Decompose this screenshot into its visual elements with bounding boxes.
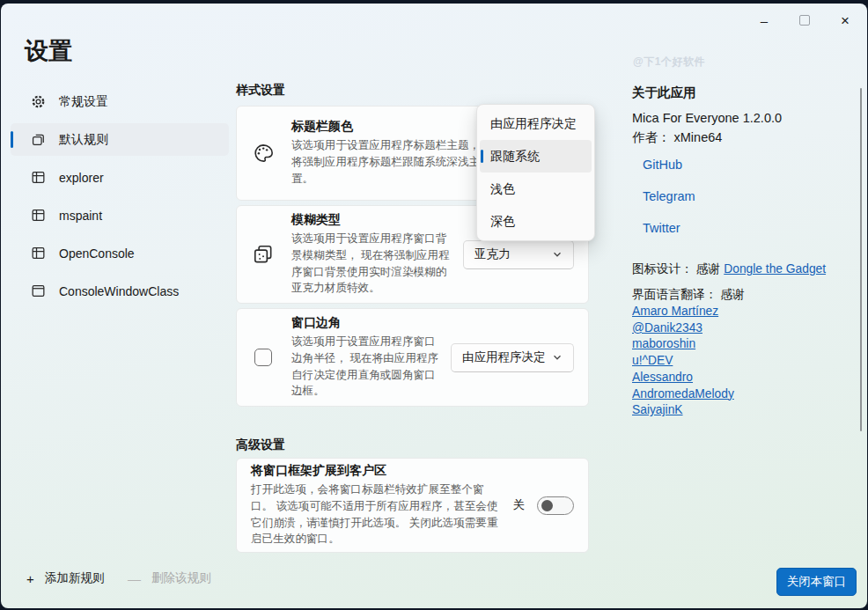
card-window-corner: 窗口边角 该选项用于设置应用程序窗口边角半径， 现在将由应用程序自行决定使用直角… <box>236 308 589 407</box>
maximize-button[interactable] <box>784 7 825 33</box>
chevron-down-icon <box>552 249 563 260</box>
translator-link[interactable]: @Danik2343 <box>632 320 734 337</box>
corner-select[interactable]: 由应用程序决定 <box>451 343 574 372</box>
github-link[interactable]: GitHub <box>643 158 682 172</box>
add-rule-label: 添加新规则 <box>45 570 105 586</box>
scrollbar[interactable] <box>860 88 862 431</box>
delete-rule-button[interactable]: — 删除该规则 <box>128 570 211 586</box>
toggle-knob <box>541 500 553 511</box>
sidebar-item-openconsole[interactable]: OpenConsole <box>11 237 229 269</box>
card-description: 打开此选项，会将窗口标题栏特效扩展至整个窗口。 该选项可能不适用于所有应用程序，… <box>251 481 504 548</box>
close-button[interactable]: × <box>825 7 865 33</box>
sidebar-item-label: 常规设置 <box>59 94 108 110</box>
corner-checkbox[interactable] <box>254 349 272 366</box>
author-line: 作者： xMine64 <box>632 128 782 147</box>
telegram-link[interactable]: Telegram <box>643 189 695 203</box>
sidebar-item-mspaint[interactable]: mspaint <box>11 199 229 232</box>
sidebar-item-default-rules[interactable]: 默认规则 <box>11 123 229 156</box>
minimize-button[interactable]: – <box>744 7 784 33</box>
sidebar-item-explorer[interactable]: explorer <box>11 161 229 194</box>
blur-type-value: 亚克力 <box>474 246 511 262</box>
card-extend-frame: 将窗口框架扩展到客户区 打开此选项，会将窗口标题栏特效扩展至整个窗口。 该选项可… <box>236 458 589 553</box>
sidebar-item-label: explorer <box>59 171 104 185</box>
icon-designer-link[interactable]: Dongle the Gadget <box>724 262 826 276</box>
sidebar-item-general-settings[interactable]: 常规设置 <box>11 85 229 118</box>
sidebar-item-label: ConsoleWindowClass <box>59 284 179 298</box>
caption-buttons: – × <box>744 7 865 33</box>
window-icon <box>29 207 47 224</box>
card-description: 该选项用于设置应用程序窗口边角半径， 现在将由应用程序自行决定使用直角或圆角窗口… <box>291 334 442 401</box>
toggle-state-label: 关 <box>513 497 526 513</box>
sidebar: 常规设置 默认规则 explorer mspaint OpenConsole <box>11 85 229 312</box>
flyout-option-dark[interactable]: 深色 <box>480 205 592 238</box>
flyout-option-label: 浅色 <box>490 181 515 197</box>
card-title: 将窗口框架扩展到客户区 <box>251 463 504 479</box>
sidebar-item-label: OpenConsole <box>59 246 135 261</box>
gear-icon <box>29 93 47 111</box>
translator-links: Amaro Martínez @Danik2343 maboroshin u!^… <box>632 304 734 419</box>
page-title: 设置 <box>25 35 72 67</box>
flyout-option-follow-system[interactable]: 跟随系统 <box>480 140 592 173</box>
flyout-option-app-decides[interactable]: 由应用程序决定 <box>480 107 592 140</box>
card-title: 窗口边角 <box>291 315 442 331</box>
sidebar-item-label: mspaint <box>59 209 102 223</box>
card-title: 模糊类型 <box>291 212 454 228</box>
app-name-version: Mica For Everyone 1.2.0.0 <box>632 108 782 128</box>
plus-icon: + <box>26 571 34 586</box>
translator-link[interactable]: AndromedaMelody <box>632 386 734 403</box>
translator-link[interactable]: maboroshin <box>632 336 734 353</box>
card-description: 该选项用于设置应用程序窗口背景模糊类型， 现在将强制应用程序窗口背景使用实时渲染… <box>291 231 454 298</box>
translator-link[interactable]: SaiyajinK <box>632 402 734 419</box>
flyout-option-light[interactable]: 浅色 <box>480 173 592 205</box>
blur-icon <box>251 243 276 266</box>
flyout-option-label: 深色 <box>490 214 515 230</box>
corner-value: 由应用程序决定 <box>462 349 546 365</box>
maximize-icon <box>799 15 810 26</box>
rules-icon <box>29 131 47 149</box>
extend-frame-toggle[interactable] <box>537 496 574 515</box>
translator-link[interactable]: Amaro Martínez <box>632 304 734 320</box>
translation-credit-text: 界面语言翻译： 感谢 <box>632 287 745 303</box>
window-icon <box>29 245 47 262</box>
palette-icon <box>251 142 276 165</box>
sidebar-item-consolewindowclass[interactable]: ConsoleWindowClass <box>11 275 229 307</box>
flyout-option-label: 由应用程序决定 <box>490 116 577 132</box>
twitter-link[interactable]: Twitter <box>643 221 680 235</box>
translator-link[interactable]: u!^DEV <box>632 353 734 370</box>
add-rule-button[interactable]: + 添加新规则 <box>26 570 104 586</box>
app-window: – × 设置 常规设置 默认规则 explorer <box>1 4 867 608</box>
close-window-button[interactable]: 关闭本窗口 <box>776 568 857 596</box>
close-icon: × <box>841 13 850 28</box>
sidebar-item-label: 默认规则 <box>59 132 108 148</box>
window-icon <box>29 169 47 187</box>
watermark: @下1个好软件 <box>633 55 705 70</box>
window-titlebar-icon <box>29 283 47 300</box>
chevron-down-icon <box>552 352 563 363</box>
titlebar-color-flyout: 由应用程序决定 跟随系统 浅色 深色 <box>476 104 595 241</box>
advanced-section-title: 高级设置 <box>236 437 285 453</box>
icon-credit-text: 图标设计： 感谢 <box>632 262 724 276</box>
blur-type-select[interactable]: 亚克力 <box>463 240 574 269</box>
minimize-icon: – <box>761 14 768 27</box>
about-heading: 关于此应用 <box>632 85 696 101</box>
style-section-title: 样式设置 <box>236 83 285 99</box>
delete-rule-label: 删除该规则 <box>151 570 211 586</box>
minus-icon: — <box>128 571 141 586</box>
translator-link[interactable]: Alessandro <box>632 370 734 386</box>
flyout-option-label: 跟随系统 <box>490 149 540 165</box>
